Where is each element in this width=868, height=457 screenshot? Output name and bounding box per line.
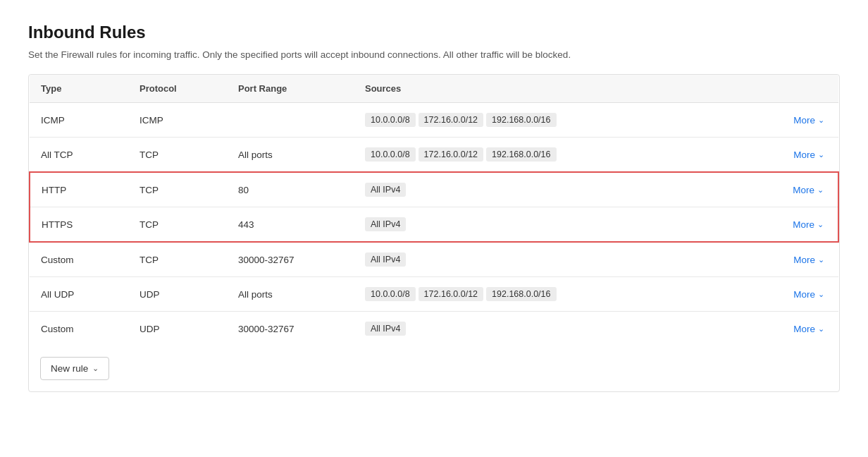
cell-type: ICMP: [30, 103, 128, 138]
cell-more: More ⌄: [768, 138, 838, 173]
table-row: All TCPTCPAll ports10.0.0.0/8172.16.0.0/…: [30, 138, 838, 173]
table-row: HTTPSTCP443All IPv4More ⌄: [30, 207, 838, 243]
source-tag: All IPv4: [365, 322, 406, 336]
more-button[interactable]: More ⌄: [793, 324, 824, 334]
cell-sources: All IPv4: [354, 242, 768, 277]
more-chevron-icon: ⌄: [818, 290, 824, 299]
cell-protocol: TCP: [128, 172, 227, 207]
more-chevron-icon: ⌄: [818, 255, 824, 264]
cell-sources: All IPv4: [354, 207, 768, 243]
new-rule-button[interactable]: New rule ⌄: [40, 357, 109, 380]
col-header-sources: Sources: [354, 75, 768, 103]
cell-protocol: TCP: [128, 242, 227, 277]
page-title: Inbound Rules: [28, 23, 840, 42]
cell-sources: 10.0.0.0/8172.16.0.0/12192.168.0.0/16: [354, 138, 768, 173]
cell-protocol: UDP: [128, 312, 227, 346]
cell-type: All TCP: [30, 138, 128, 173]
new-rule-chevron-icon: ⌄: [92, 364, 99, 373]
more-button[interactable]: More ⌄: [793, 185, 824, 195]
cell-sources: All IPv4: [354, 312, 768, 346]
source-tag: All IPv4: [365, 252, 406, 267]
source-tag: 172.16.0.0/12: [418, 113, 483, 127]
more-label: More: [793, 185, 814, 195]
col-header-type: Type: [30, 75, 128, 103]
more-label: More: [793, 289, 815, 300]
cell-protocol: TCP: [128, 207, 227, 243]
cell-protocol: TCP: [128, 138, 227, 173]
source-tag: 192.168.0.0/16: [486, 287, 556, 301]
cell-port-range: All ports: [227, 138, 354, 173]
cell-port-range: 443: [227, 207, 354, 243]
source-tag: 172.16.0.0/12: [418, 287, 483, 301]
source-tag: 192.168.0.0/16: [486, 113, 556, 127]
new-rule-label: New rule: [51, 363, 88, 374]
source-tag: All IPv4: [365, 183, 406, 197]
more-chevron-icon: ⌄: [818, 150, 824, 159]
table-row: All UDPUDPAll ports10.0.0.0/8172.16.0.0/…: [30, 277, 838, 312]
cell-port-range: 30000-32767: [227, 312, 354, 346]
cell-protocol: UDP: [128, 277, 227, 312]
more-label: More: [793, 324, 815, 334]
more-chevron-icon: ⌄: [818, 116, 824, 125]
cell-port-range: [227, 103, 354, 138]
col-header-protocol: Protocol: [128, 75, 227, 103]
table-row: HTTPTCP80All IPv4More ⌄: [30, 172, 838, 207]
source-tag: 10.0.0.0/8: [365, 287, 416, 301]
more-label: More: [793, 219, 814, 230]
more-button[interactable]: More ⌄: [793, 115, 824, 126]
more-button[interactable]: More ⌄: [793, 255, 824, 265]
cell-port-range: All ports: [227, 277, 354, 312]
more-chevron-icon: ⌄: [817, 185, 824, 195]
more-button[interactable]: More ⌄: [793, 219, 824, 230]
page-subtitle: Set the Firewall rules for incoming traf…: [28, 49, 840, 60]
cell-type: HTTPS: [30, 207, 128, 243]
table-row: ICMPICMP10.0.0.0/8172.16.0.0/12192.168.0…: [30, 103, 838, 138]
inbound-rules-table-container: Type Protocol Port Range Sources ICMPICM…: [28, 74, 840, 392]
cell-protocol: ICMP: [128, 103, 227, 138]
cell-more: More ⌄: [768, 277, 838, 312]
source-tag: 10.0.0.0/8: [365, 113, 416, 127]
cell-sources: 10.0.0.0/8172.16.0.0/12192.168.0.0/16: [354, 103, 768, 138]
cell-sources: 10.0.0.0/8172.16.0.0/12192.168.0.0/16: [354, 277, 768, 312]
cell-more: More ⌄: [768, 242, 838, 277]
cell-more: More ⌄: [768, 207, 838, 243]
more-button[interactable]: More ⌄: [793, 150, 824, 160]
cell-more: More ⌄: [768, 103, 838, 138]
source-tag: All IPv4: [365, 217, 406, 231]
table-header-row: Type Protocol Port Range Sources: [30, 75, 838, 103]
source-tag: 192.168.0.0/16: [486, 147, 556, 162]
cell-type: Custom: [30, 312, 128, 346]
more-label: More: [793, 150, 815, 160]
more-chevron-icon: ⌄: [817, 220, 824, 229]
inbound-rules-table: Type Protocol Port Range Sources ICMPICM…: [29, 75, 839, 346]
source-tag: 172.16.0.0/12: [418, 147, 483, 162]
cell-more: More ⌄: [768, 172, 838, 207]
table-row: CustomUDP30000-32767All IPv4More ⌄: [30, 312, 838, 346]
cell-type: All UDP: [30, 277, 128, 312]
more-label: More: [793, 115, 815, 126]
more-chevron-icon: ⌄: [818, 324, 824, 334]
cell-more: More ⌄: [768, 312, 838, 346]
more-button[interactable]: More ⌄: [793, 289, 824, 300]
cell-port-range: 30000-32767: [227, 242, 354, 277]
table-row: CustomTCP30000-32767All IPv4More ⌄: [30, 242, 838, 277]
more-label: More: [793, 255, 815, 265]
col-header-more: [768, 75, 838, 103]
new-rule-section: New rule ⌄: [29, 346, 839, 391]
col-header-portrange: Port Range: [227, 75, 354, 103]
cell-type: Custom: [30, 242, 128, 277]
cell-port-range: 80: [227, 172, 354, 207]
source-tag: 10.0.0.0/8: [365, 147, 416, 162]
cell-sources: All IPv4: [354, 172, 768, 207]
cell-type: HTTP: [30, 172, 128, 207]
